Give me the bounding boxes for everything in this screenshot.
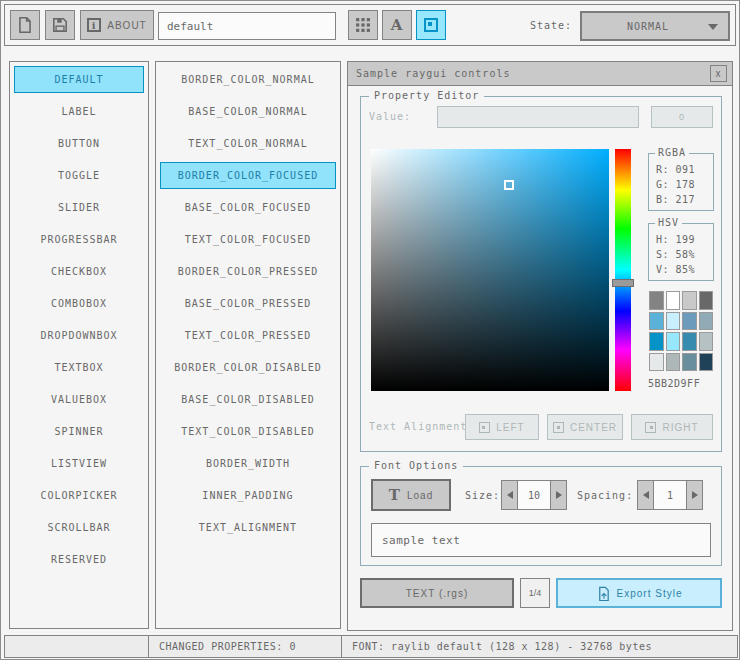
info-icon: i — [87, 18, 101, 32]
palette-color-cell[interactable] — [666, 291, 681, 310]
save-style-button[interactable] — [45, 10, 75, 40]
palette-color-cell[interactable] — [682, 332, 697, 351]
spacing-decrease-button[interactable] — [637, 480, 654, 510]
hue-slider[interactable] — [615, 149, 631, 391]
controls-list-item[interactable]: LABEL — [14, 98, 144, 125]
property-editor-group: Property Editor Value: 0 RGBA R: 091 G: … — [360, 96, 722, 452]
style-name-input[interactable] — [158, 12, 336, 40]
properties-list-item[interactable]: TEXT_COLOR_NORMAL — [160, 130, 336, 157]
style-view-button[interactable] — [416, 10, 446, 40]
palette-color-cell[interactable] — [699, 291, 714, 310]
export-format-button[interactable]: TEXT (.rgs) — [360, 578, 514, 608]
table-view-button[interactable] — [348, 10, 378, 40]
align-right-button: RIGHT — [631, 414, 713, 440]
controls-list-item[interactable]: SCROLLBAR — [14, 514, 144, 541]
palette-color-cell[interactable] — [649, 291, 664, 310]
align-left-button: LEFT — [465, 414, 539, 440]
rgba-b-value: B: 217 — [656, 192, 713, 207]
palette-color-cell[interactable] — [699, 312, 714, 331]
about-button-label: ABOUT — [107, 20, 146, 31]
export-style-button[interactable]: Export Style — [556, 578, 722, 608]
grid-icon — [355, 17, 371, 33]
properties-list-item[interactable]: BORDER_COLOR_DISABLED — [160, 354, 336, 381]
controls-list-item[interactable]: COMBOBOX — [14, 290, 144, 317]
sv-cursor[interactable] — [504, 180, 514, 190]
palette-color-cell[interactable] — [649, 312, 664, 331]
align-center-button: CENTER — [547, 414, 623, 440]
palette-color-cell[interactable] — [666, 332, 681, 351]
new-style-button[interactable] — [10, 10, 40, 40]
size-increase-button[interactable] — [550, 480, 567, 510]
about-button[interactable]: i ABOUT — [80, 10, 154, 40]
controls-list-item[interactable]: DROPDOWNBOX — [14, 322, 144, 349]
export-style-label: Export Style — [617, 588, 683, 599]
spacing-increase-button[interactable] — [686, 480, 703, 510]
controls-list-item[interactable]: TEXTBOX — [14, 354, 144, 381]
palette-color-cell[interactable] — [699, 332, 714, 351]
align-center-icon — [553, 422, 564, 433]
properties-list-item[interactable]: BORDER_WIDTH — [160, 450, 336, 477]
controls-list-item[interactable]: BUTTON — [14, 130, 144, 157]
properties-list-item[interactable]: BASE_COLOR_NORMAL — [160, 98, 336, 125]
hsv-h-value: H: 199 — [656, 232, 713, 247]
window-title: Sample raygui controls — [356, 68, 510, 79]
palette-color-cell[interactable] — [682, 312, 697, 331]
spacing-value: 1 — [654, 480, 686, 510]
font-view-button[interactable]: A — [382, 10, 412, 40]
properties-list-item[interactable]: BASE_COLOR_DISABLED — [160, 386, 336, 413]
style-box-icon — [423, 17, 439, 33]
sv-panel[interactable] — [371, 149, 609, 391]
statusbar-changed-properties: CHANGED PROPERTIES: 0 — [148, 635, 342, 658]
properties-list-item[interactable]: BASE_COLOR_FOCUSED — [160, 194, 336, 221]
controls-list-item[interactable]: SLIDER — [14, 194, 144, 221]
right-arrow-icon — [556, 491, 562, 499]
properties-list-item[interactable]: TEXT_COLOR_DISABLED — [160, 418, 336, 445]
controls-list-item[interactable]: RESERVED — [14, 546, 144, 573]
state-dropdown-value: NORMAL — [627, 21, 669, 32]
window-titlebar: Sample raygui controls x — [348, 62, 732, 86]
controls-list-item[interactable]: DEFAULT — [14, 66, 144, 93]
controls-list-item[interactable]: VALUEBOX — [14, 386, 144, 413]
properties-list-item[interactable]: BORDER_COLOR_PRESSED — [160, 258, 336, 285]
spacing-spinner: 1 — [637, 480, 703, 510]
size-decrease-button[interactable] — [501, 480, 518, 510]
value-label: Value: — [369, 111, 411, 122]
close-button[interactable]: x — [710, 65, 727, 82]
controls-list-item[interactable]: TOGGLE — [14, 162, 144, 189]
properties-list-item[interactable]: BORDER_COLOR_FOCUSED — [160, 162, 336, 189]
palette-color-cell[interactable] — [666, 353, 681, 372]
font-load-button[interactable]: T Load — [371, 479, 451, 511]
hue-slider-handle[interactable] — [612, 279, 634, 287]
size-spinner: 10 — [501, 480, 567, 510]
controls-list-item[interactable]: LISTVIEW — [14, 450, 144, 477]
export-page-label: 1/4 — [529, 588, 542, 598]
palette-color-cell[interactable] — [682, 291, 697, 310]
palette-color-cell[interactable] — [649, 353, 664, 372]
palette-color-cell[interactable] — [666, 312, 681, 331]
palette-color-cell[interactable] — [699, 353, 714, 372]
properties-list-item[interactable]: INNER_PADDING — [160, 482, 336, 509]
properties-list-item[interactable]: BORDER_COLOR_NORMAL — [160, 66, 336, 93]
properties-list-item[interactable]: TEXT_ALIGNMENT — [160, 514, 336, 541]
state-dropdown[interactable]: NORMAL — [580, 11, 730, 41]
font-load-icon: T — [389, 486, 401, 504]
export-format-label: TEXT (.rgs) — [406, 588, 468, 599]
font-sample-textbox[interactable]: sample text — [371, 523, 711, 557]
controls-list: DEFAULTLABELBUTTONTOGGLESLIDERPROGRESSBA… — [9, 61, 149, 629]
properties-list-item[interactable]: BASE_COLOR_PRESSED — [160, 290, 336, 317]
controls-list-item[interactable]: SPINNER — [14, 418, 144, 445]
properties-list-item[interactable]: TEXT_COLOR_PRESSED — [160, 322, 336, 349]
size-value: 10 — [518, 480, 550, 510]
align-center-label: CENTER — [570, 422, 617, 433]
properties-list-item[interactable]: TEXT_COLOR_FOCUSED — [160, 226, 336, 253]
controls-list-item[interactable]: COLORPICKER — [14, 482, 144, 509]
controls-list-item[interactable]: PROGRESSBAR — [14, 226, 144, 253]
hsv-v-value: V: 85% — [656, 262, 713, 277]
font-icon: A — [391, 16, 404, 34]
chevron-down-icon — [708, 24, 718, 30]
export-page-button[interactable]: 1/4 — [520, 578, 550, 608]
value-apply-button: 0 — [651, 106, 713, 128]
palette-color-cell[interactable] — [649, 332, 664, 351]
controls-list-item[interactable]: CHECKBOX — [14, 258, 144, 285]
palette-color-cell[interactable] — [682, 353, 697, 372]
